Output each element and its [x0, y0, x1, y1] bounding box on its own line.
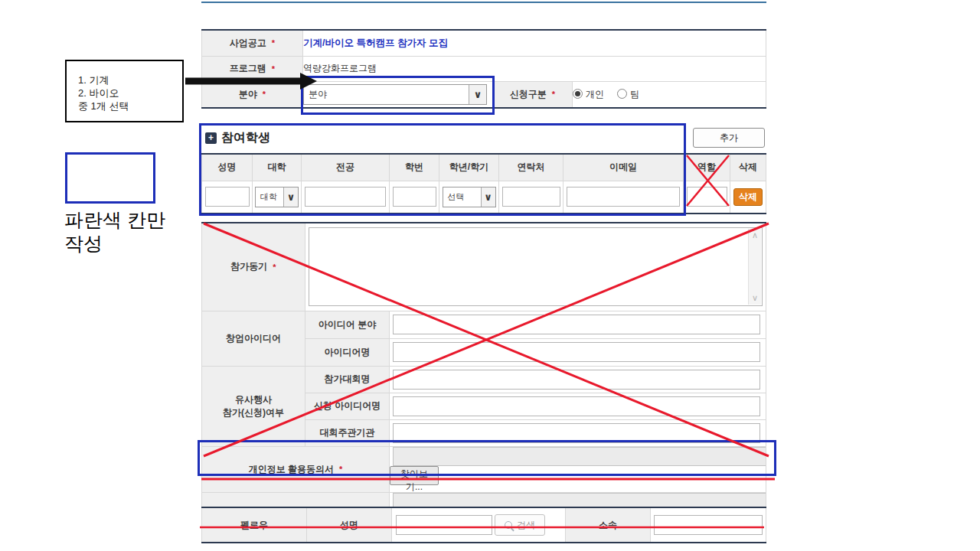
similar-event-group-line: 참가(신청)여부 [202, 406, 305, 419]
radio-individual-label: 개인 [586, 89, 604, 99]
apply-type-label-cell: 신청구분* [493, 81, 573, 108]
idea-name-value-cell [390, 338, 766, 366]
motivation-label-cell: 참가동기* [202, 223, 305, 311]
annotation-students-highlight [199, 123, 686, 216]
search-icon [505, 521, 512, 529]
announcement-value-cell: 기계/바이오 특허캠프 참가자 모집 [303, 30, 766, 56]
blue-note-line: 작성 [64, 232, 165, 256]
fellow-name-input[interactable] [396, 515, 492, 535]
table-row: 사업공고* 기계/바이오 특허캠프 참가자 모집 [202, 30, 766, 56]
applied-idea-value-cell [390, 393, 766, 419]
program-value: 역량강화프로그램 [303, 63, 377, 73]
required-mark: * [272, 64, 275, 73]
detail-form-table: 참가동기* ∧ ∨ 창업아이디어 아이디어 분야 아이디어명 유사행사 참가(신… [201, 222, 766, 540]
student-role-input[interactable] [687, 187, 727, 207]
delete-student-button[interactable]: 삭제 [733, 188, 763, 206]
fellow-row: 펠로우 성명 검색 소속 [202, 507, 766, 543]
idea-field-label-cell: 아이디어 분야 [305, 311, 390, 338]
motivation-textarea[interactable]: ∧ ∨ [309, 227, 763, 306]
required-mark: * [263, 90, 266, 99]
note-line: 2. 바이오 [78, 86, 182, 99]
radio-individual[interactable] [573, 89, 583, 99]
required-mark: * [272, 38, 275, 47]
applied-idea-label-cell: 신청 아이디어명 [305, 393, 390, 419]
add-student-button[interactable]: 추가 [693, 128, 765, 148]
motivation-value-cell: ∧ ∨ [305, 223, 766, 311]
idea-field-input[interactable] [393, 315, 760, 334]
required-mark: * [273, 262, 276, 272]
contest-name-input[interactable] [393, 370, 760, 390]
program-label-cell: 프로그램* [202, 56, 303, 81]
scroll-down-icon[interactable]: ∨ [752, 293, 758, 303]
fellow-search-button[interactable]: 검색 [495, 514, 545, 536]
scrollbar[interactable]: ∧ ∨ [748, 229, 761, 305]
annotation-blue-note: 파란색 칸만 작성 [64, 208, 165, 256]
apply-type-value-cell: 개인 팀 [573, 81, 766, 108]
annotation-note-box: 1. 기계 2. 바이오 중 1개 선택 [65, 60, 184, 122]
field-label-cell: 분야* [202, 81, 303, 108]
required-mark: * [552, 90, 555, 99]
blue-note-line: 파란색 칸만 [64, 208, 165, 232]
scroll-up-icon[interactable]: ∧ [752, 230, 758, 240]
contest-name-value-cell [390, 366, 766, 393]
announcement-label-cell: 사업공고* [202, 30, 303, 56]
fellow-name-cell: 검색 [392, 507, 566, 543]
annotation-privacy-highlight [198, 440, 776, 476]
role-cell [684, 181, 730, 214]
fellow-affiliation-input[interactable] [654, 515, 763, 535]
motivation-label: 참가동기 [230, 260, 267, 273]
fellow-table: 펠로우 성명 검색 소속 [201, 507, 766, 543]
radio-team-label: 팀 [630, 89, 639, 99]
contest-name-row: 유사행사 참가(신청)여부 참가대회명 [202, 366, 766, 393]
similar-event-group-cell: 유사행사 참가(신청)여부 [202, 366, 305, 446]
announcement-label: 사업공고 [230, 37, 266, 50]
annotation-field-select-highlight [301, 76, 495, 115]
idea-name-label-cell: 아이디어명 [305, 338, 390, 366]
applied-idea-input[interactable] [393, 396, 760, 416]
annotation-blue-legend-box [65, 152, 155, 204]
fellow-affiliation-label-cell: 소속 [566, 507, 651, 543]
apply-type-label: 신청구분 [510, 88, 547, 101]
delete-cell: 삭제 [730, 181, 766, 214]
idea-group-cell: 창업아이디어 [202, 311, 305, 366]
col-header-delete: 삭제 [730, 154, 766, 181]
fellow-search-label: 검색 [517, 519, 535, 532]
motivation-row: 참가동기* ∧ ∨ [202, 223, 766, 311]
idea-name-input[interactable] [393, 342, 760, 362]
fellow-label-cell: 펠로우 [202, 507, 307, 543]
field-label: 분야 [239, 88, 257, 101]
program-label: 프로그램 [230, 62, 266, 75]
similar-event-group-line: 유사행사 [202, 393, 305, 406]
col-header-role: 역할 [684, 154, 730, 181]
idea-field-row: 창업아이디어 아이디어 분야 [202, 311, 766, 338]
fellow-name-label-cell: 성명 [307, 507, 392, 543]
radio-team[interactable] [617, 89, 627, 99]
contest-name-label-cell: 참가대회명 [305, 366, 390, 393]
note-line: 1. 기계 [78, 73, 182, 86]
note-line: 중 1개 선택 [78, 99, 182, 112]
fellow-affiliation-cell [651, 507, 766, 543]
idea-field-value-cell [390, 311, 766, 338]
page-top-accent-line [201, 2, 766, 3]
announcement-value: 기계/바이오 특허캠프 참가자 모집 [303, 37, 448, 48]
